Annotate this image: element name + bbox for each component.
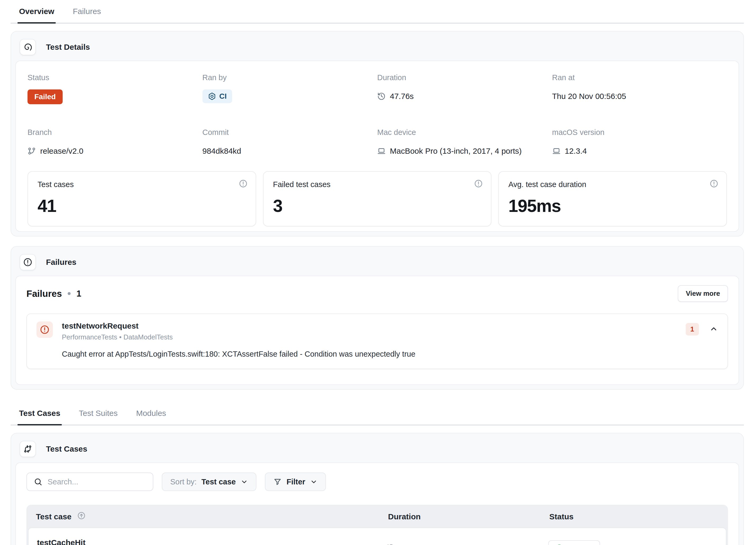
failures-heading-row: Failures 1 View more	[26, 285, 728, 302]
row-duration-value: 107ms	[400, 544, 423, 545]
info-icon[interactable]	[709, 179, 718, 188]
field-commit: Commit 984dk84kd	[202, 128, 377, 158]
check-circle-icon	[555, 544, 564, 545]
field-branch-label: Branch	[27, 128, 202, 137]
row-test-name: testCacheHit	[37, 538, 387, 545]
failure-item-row: testNetworkRequest PerformanceTests • Da…	[36, 322, 718, 341]
failures-panel: Failures 1 View more testNetworkRequest …	[15, 276, 739, 385]
test-cases-table: Test case Duration Status testCacheHit P…	[26, 505, 728, 545]
field-macos-version: macOS version 12.3.4	[552, 128, 727, 158]
failure-item[interactable]: testNetworkRequest PerformanceTests • Da…	[26, 314, 728, 369]
sort-by-value: Test case	[201, 478, 236, 486]
column-test-case-label: Test case	[36, 512, 72, 521]
failure-text-block: testNetworkRequest PerformanceTests • Da…	[62, 322, 173, 341]
failures-count: 1	[76, 289, 81, 299]
test-cases-toolbar: Sort by: Test case Filter	[26, 473, 728, 491]
row-duration-cell: 107ms	[387, 544, 548, 545]
list-tabbar: Test Cases Test Suites Modules	[11, 402, 744, 425]
tab-failures[interactable]: Failures	[73, 7, 101, 23]
alert-circle-icon	[23, 257, 33, 267]
field-ran-at-label: Ran at	[552, 73, 727, 82]
stat-avg-duration-label: Avg. test case duration	[508, 180, 717, 189]
sort-by-label: Sort by:	[170, 478, 197, 486]
field-mac-device: Mac device MacBook Pro (13-inch, 2017, 4…	[377, 128, 552, 158]
failures-card: Failures Failures 1 View more testNetwor…	[11, 246, 744, 390]
search-box	[26, 473, 153, 491]
field-mac-device-label: Mac device	[377, 128, 552, 137]
git-branch-icon	[27, 147, 36, 155]
chevron-up-icon	[709, 325, 718, 333]
alert-circle-icon	[40, 325, 50, 335]
table-header: Test case Duration Status	[26, 505, 728, 528]
info-icon[interactable]	[239, 179, 248, 188]
tab-overview[interactable]: Overview	[19, 7, 54, 23]
dot-separator	[68, 292, 71, 295]
test-details-tile	[20, 39, 36, 55]
stat-avg-duration: Avg. test case duration 195ms	[498, 171, 727, 226]
commit-value: 984dk84kd	[202, 146, 241, 155]
clock-history-icon	[377, 92, 386, 100]
failure-count-badge: 1	[686, 323, 699, 336]
macos-version-value: 12.3.4	[565, 146, 587, 155]
column-duration: Duration	[388, 512, 549, 521]
search-input[interactable]	[47, 477, 146, 487]
status-passed-badge: Passed	[548, 540, 600, 545]
stats-row: Test cases 41 Failed test cases 3 Avg. t…	[27, 171, 727, 226]
test-cases-title: Test Cases	[46, 445, 87, 454]
search-icon	[34, 478, 42, 486]
failure-test-path: PerformanceTests • DataModelTests	[62, 333, 173, 341]
field-status: Status Failed	[27, 73, 202, 104]
branch-value: release/v2.0	[40, 146, 83, 155]
status-passed-label: Passed	[567, 544, 593, 545]
test-details-panel: Status Failed Ran by CI Duratio	[15, 61, 739, 232]
column-status: Status	[549, 512, 718, 521]
test-details-fields: Status Failed Ran by CI Duratio	[27, 73, 727, 158]
table-row[interactable]: testCacheHit PerformanceTests • LoginTes…	[28, 528, 726, 545]
field-duration: Duration 47.76s	[377, 73, 552, 104]
test-details-card: Test Details Status Failed Ran by CI	[11, 31, 744, 236]
top-tabbar: Overview Failures	[11, 0, 744, 24]
field-duration-label: Duration	[377, 73, 552, 82]
laptop-icon	[377, 147, 386, 155]
filter-funnel-icon	[273, 478, 282, 486]
stat-test-cases-label: Test cases	[38, 180, 246, 189]
field-status-label: Status	[27, 73, 202, 82]
stat-failed-test-cases-value: 3	[273, 196, 482, 216]
ci-hexagon-icon	[208, 92, 216, 100]
ci-chip: CI	[202, 89, 232, 103]
test-details-title: Test Details	[46, 43, 90, 52]
test-cases-panel: Sort by: Test case Filter Test case	[15, 463, 739, 545]
tab-test-cases[interactable]: Test Cases	[19, 409, 60, 425]
row-status-cell: Passed	[548, 540, 717, 545]
tab-test-suites[interactable]: Test Suites	[79, 409, 118, 425]
failure-item-right: 1	[686, 322, 718, 336]
stat-test-cases-value: 41	[38, 196, 246, 216]
status-failed-badge: Failed	[27, 89, 63, 104]
failures-header: Failures	[15, 252, 739, 276]
collapse-chevron[interactable]	[709, 325, 718, 334]
sort-by-button[interactable]: Sort by: Test case	[162, 473, 256, 491]
stat-failed-test-cases: Failed test cases 3	[263, 171, 492, 226]
failure-alert-tile	[36, 322, 53, 338]
view-more-button[interactable]: View more	[678, 285, 728, 302]
row-name-cell: testCacheHit PerformanceTests • LoginTes…	[37, 538, 387, 545]
info-icon[interactable]	[474, 179, 483, 188]
test-cases-header: Test Cases	[15, 439, 739, 463]
stat-failed-test-cases-label: Failed test cases	[273, 180, 482, 189]
test-cases-tile	[20, 441, 36, 457]
field-macos-version-label: macOS version	[552, 128, 727, 137]
mac-device-value: MacBook Pro (13-inch, 2017, 4 ports)	[390, 146, 522, 155]
failure-test-name: testNetworkRequest	[62, 322, 173, 331]
filter-label: Filter	[287, 478, 305, 486]
chevron-down-icon	[241, 478, 248, 486]
test-details-header: Test Details	[15, 37, 739, 61]
retest-arrows-icon	[23, 444, 33, 454]
stat-avg-duration-value: 195ms	[508, 196, 717, 216]
tab-modules[interactable]: Modules	[136, 409, 166, 425]
filter-button[interactable]: Filter	[265, 473, 326, 491]
test-cases-card: Test Cases Sort by: Test case Filter	[11, 433, 744, 545]
field-ran-by: Ran by CI	[202, 73, 377, 104]
failure-message: Caught error at AppTests/LoginTests.swif…	[62, 350, 718, 359]
failures-heading: Failures	[26, 289, 62, 299]
column-test-case[interactable]: Test case	[36, 511, 388, 522]
